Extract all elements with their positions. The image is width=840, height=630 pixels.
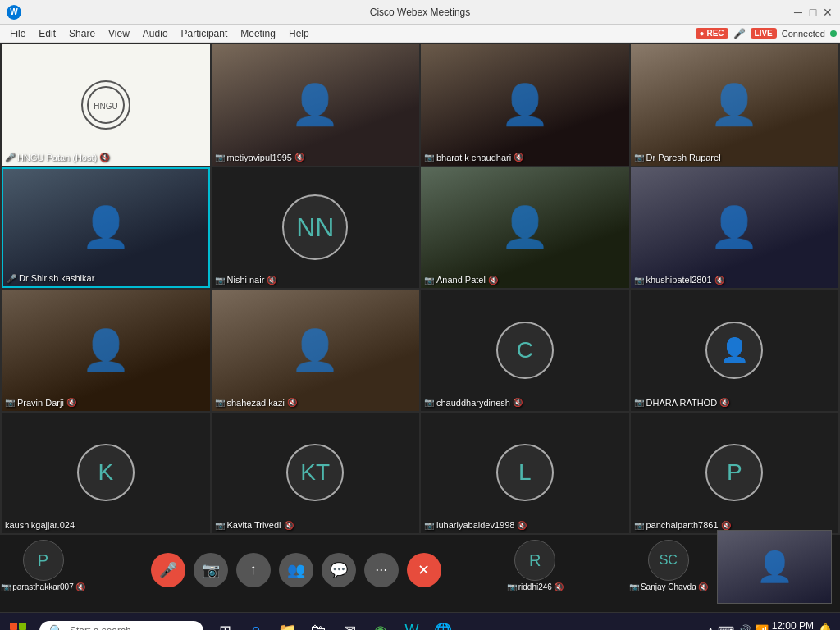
menu-bar-right: ● REC 🎤 LIVE Connected <box>696 28 837 39</box>
participant-cell-bharat: 👤 📷 bharat k chaudhari 🔇 <box>421 44 629 166</box>
video-grid: HNGU 🎤 HNGU Patan (Host) 🔇 👤 📷 metiyavip… <box>0 43 840 535</box>
participant-cell-pravin: 👤 📷 Pravin Darji 🔇 <box>2 290 210 411</box>
participant-cell-metiya: 👤 📷 metiyavipul1995 🔇 <box>212 44 420 166</box>
menu-audio[interactable]: Audio <box>136 26 175 41</box>
shahezad-video: 👤 <box>212 290 420 411</box>
taskbar: 🔍 Start a search ⊞ e 📁 🛍 ✉ ◉ W 🌐 ∧ ⌨ 🔊 📶… <box>0 612 840 630</box>
khushi-video: 👤 <box>631 167 839 289</box>
chauddh-avatar: C <box>496 322 554 379</box>
participant-cell-kavita: KT 📷 Kavita Trivedi 🔇 <box>212 413 420 534</box>
participant-name-khushi: 📷 khushipatel2801 🔇 <box>634 275 724 285</box>
person-icon-bharat: 👤 <box>500 82 550 128</box>
participant-name-metiya: 📷 metiyavipul1995 🔇 <box>215 153 305 162</box>
participant-name-paresh: 📷 Dr Paresh Ruparel <box>634 153 721 162</box>
menu-edit[interactable]: Edit <box>32 26 62 41</box>
person-icon-metiya: 👤 <box>290 82 340 128</box>
hngu-logo: HNGU <box>81 80 130 130</box>
chrome-icon[interactable]: ◉ <box>368 618 394 631</box>
participant-cell-luhari: L 📷 luhariyabaldev1998 🔇 <box>421 413 629 534</box>
store-icon[interactable]: 🛍 <box>305 618 331 631</box>
mail-icon[interactable]: ✉ <box>336 618 363 631</box>
participant-name-nishi: 📷 Nishi nair 🔇 <box>215 275 277 285</box>
metiya-video: 👤 <box>212 44 420 166</box>
participant-name-anand: 📷 Anand Patel 🔇 <box>424 275 498 285</box>
participant-name-panchal: 📷 panchalparth7861 🔇 <box>634 520 731 530</box>
mic-muted-hngu: 🔇 <box>99 153 109 162</box>
search-icon: 🔍 <box>49 624 63 631</box>
sanjay-name: 📷 Sanjay Chavda 🔇 <box>629 582 708 591</box>
pravin-video: 👤 <box>2 290 210 411</box>
participants-button[interactable]: 👥 <box>279 553 313 587</box>
bottom-bar: P 📷 parasthakkar007 🔇 🎤 📷 ↑ 👥 💬 ··· ✕ R … <box>0 535 840 612</box>
participant-name-kavita: 📷 Kavita Trivedi 🔇 <box>215 520 294 530</box>
minimize-button[interactable]: ─ <box>792 7 804 18</box>
notification-icon[interactable]: 🔔 <box>817 623 833 630</box>
window-controls[interactable]: ─ □ ✕ <box>792 7 833 18</box>
participant-cell-shahezad: 👤 📷 shahezad kazi 🔇 <box>212 290 420 411</box>
participant-name-hngu: 🎤 HNGU Patan (Host) 🔇 <box>5 153 109 162</box>
explorer-icon[interactable]: 📁 <box>274 618 300 631</box>
participant-name-chauddh: 📷 chauddharydinesh 🔇 <box>424 398 523 408</box>
webex-icon[interactable]: W <box>399 618 425 631</box>
participant-name-bharat: 📷 bharat k chaudhari 🔇 <box>424 153 523 162</box>
window-title: Cisco Webex Meetings <box>370 7 471 18</box>
participant-cell-hngu: HNGU 🎤 HNGU Patan (Host) 🔇 <box>2 44 210 166</box>
title-bar-left: W <box>7 5 21 20</box>
mute-button[interactable]: 🎤 <box>151 553 185 587</box>
menu-meeting[interactable]: Meeting <box>234 26 282 41</box>
menu-help[interactable]: Help <box>282 26 316 41</box>
nishi-avatar: NN <box>282 194 348 260</box>
participant-name-pravin: 📷 Pravin Darji 🔇 <box>5 398 76 408</box>
controls-container: 🎤 📷 ↑ 👥 💬 ··· ✕ <box>151 553 441 587</box>
mic-status-icon: 🎤 <box>733 28 746 39</box>
close-button[interactable]: ✕ <box>822 7 833 18</box>
participant-cell-panchal: P 📷 panchalparth7861 🔇 <box>631 413 839 534</box>
more-button[interactable]: ··· <box>364 553 399 587</box>
cam-icon-hngu: 🎤 <box>5 153 15 162</box>
maximize-button[interactable]: □ <box>807 7 819 18</box>
share-button[interactable]: ↑ <box>236 553 271 587</box>
record-button[interactable]: ● REC <box>696 28 728 39</box>
sanjay-avatar: SC <box>648 540 689 581</box>
taskbar-icons: ⊞ e 📁 🛍 ✉ ◉ W 🌐 <box>212 618 456 631</box>
paras-avatar: P <box>23 540 64 581</box>
start-button[interactable] <box>0 613 36 631</box>
svg-text:HNGU: HNGU <box>94 102 117 111</box>
title-bar: W Cisco Webex Meetings ─ □ ✕ <box>0 0 840 25</box>
search-placeholder-text: Start a search <box>70 625 131 631</box>
video-button[interactable]: 📷 <box>194 553 228 587</box>
bottom-participants: P 📷 parasthakkar007 🔇 🎤 📷 ↑ 👥 💬 ··· ✕ R … <box>0 540 840 591</box>
taskbar-search[interactable]: 🔍 Start a search <box>39 621 203 631</box>
participant-name-luhari: 📷 luhariyabaldev1998 🔇 <box>424 520 527 530</box>
participant-cell-chauddh: C 📷 chauddharydinesh 🔇 <box>421 290 629 411</box>
participant-cell-khushi: 👤 📷 khushipatel2801 🔇 <box>631 167 839 289</box>
participant-cell-shirish: 👤 🎤 Dr Shirish kashikar <box>2 167 210 289</box>
end-button[interactable]: ✕ <box>407 553 441 587</box>
up-arrow-icon[interactable]: ∧ <box>706 624 714 631</box>
windows-logo <box>10 623 26 631</box>
task-view-icon[interactable]: ⊞ <box>212 618 238 631</box>
clock-time: 12:00 PM <box>772 620 814 631</box>
menu-participant[interactable]: Participant <box>175 26 235 41</box>
menu-file[interactable]: File <box>3 26 32 41</box>
clock: 12:00 PM 6/9/2020 <box>772 620 814 631</box>
network-icon[interactable]: 🌐 <box>430 618 456 631</box>
keyboard-icon: ⌨ <box>718 624 734 631</box>
bottom-participant-sanjay: SC 📷 Sanjay Chavda 🔇 <box>629 540 708 591</box>
live-badge: LIVE <box>751 28 777 39</box>
chat-button[interactable]: 💬 <box>322 553 356 587</box>
participant-name-kaushik: kaushikgajjar.024 <box>5 520 75 530</box>
edge-icon[interactable]: e <box>243 618 269 631</box>
participant-name-dhara: 📷 DHARA RATHOD 🔇 <box>634 398 730 408</box>
speaker-icon[interactable]: 🔊 <box>737 624 751 631</box>
person-icon-paresh: 👤 <box>710 82 759 128</box>
participant-cell-anand: 👤 📷 Anand Patel 🔇 <box>421 167 629 289</box>
taskbar-right: ∧ ⌨ 🔊 📶 12:00 PM 6/9/2020 🔔 <box>706 620 840 631</box>
menu-view[interactable]: View <box>102 26 136 41</box>
anand-video: 👤 <box>421 167 629 289</box>
paras-name: 📷 parasthakkar007 🔇 <box>1 582 85 591</box>
menu-share[interactable]: Share <box>62 26 102 41</box>
network-status-icon[interactable]: 📶 <box>755 624 769 631</box>
riddhi-name: 📷 riddhi246 🔇 <box>507 582 564 591</box>
system-tray: ∧ ⌨ 🔊 📶 <box>706 624 769 631</box>
